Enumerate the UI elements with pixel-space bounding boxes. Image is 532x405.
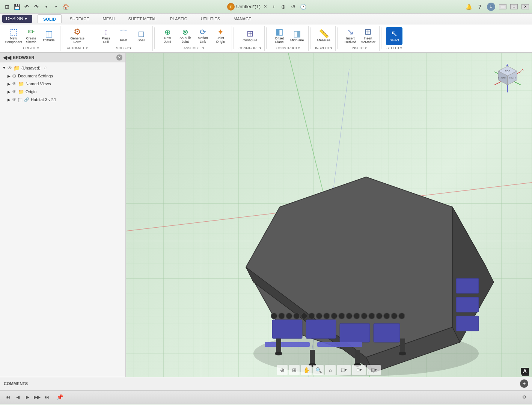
tab-sheet-metal[interactable]: SHEET METAL xyxy=(123,14,161,23)
insert-derived-button[interactable]: ↘ InsertDerived xyxy=(342,27,359,45)
title-bar: ⊞ 💾 ↶ ↷ ▾ ▾ 🏠 F Untitled*(1) ✕ + ⊕ ↺ 🕐 🔔… xyxy=(0,0,532,14)
root-label: (Unsaved) xyxy=(21,66,41,70)
grid-tool-btn[interactable]: ⊞ xyxy=(289,365,300,375)
zoom-fit-btn[interactable]: ⌕ xyxy=(325,365,336,375)
automate-button[interactable]: ⚙ GenerateForm xyxy=(69,27,86,45)
browser-header: ◀◀ BROWSER ✕ xyxy=(0,53,125,62)
shell-button[interactable]: ◻ Shell xyxy=(133,27,149,45)
svg-rect-13 xyxy=(374,323,400,342)
create-sketch-button[interactable]: ✏ CreateSketch xyxy=(23,27,39,45)
tab-utilities[interactable]: UTILITIES xyxy=(196,14,225,23)
display-settings-btn[interactable]: ⬚▾ xyxy=(337,365,351,375)
history-icon[interactable]: 🕐 xyxy=(299,3,307,11)
undo-icon[interactable]: ↶ xyxy=(23,3,31,11)
help-icon[interactable]: ? xyxy=(476,3,484,11)
svg-rect-40 xyxy=(276,339,281,354)
view-settings-btn[interactable]: ◫▾ xyxy=(367,365,381,375)
redo-icon[interactable]: ↷ xyxy=(32,3,41,11)
viewport[interactable]: Z X FRONT RIGHT TOP TOP FRONT RIGHT xyxy=(126,53,532,377)
browser-close-icon[interactable]: ✕ xyxy=(116,54,122,60)
tab-plastic[interactable]: PLASTIC xyxy=(165,14,193,23)
select-button[interactable]: ↖ Select xyxy=(386,27,402,45)
user-avatar[interactable]: U xyxy=(487,3,495,11)
view-cube[interactable]: TOP FRONT RIGHT Z X xyxy=(491,60,524,94)
tree-item-origin[interactable]: ▶ 👁 📁 Origin xyxy=(0,88,125,96)
undo-dropdown-icon[interactable]: ▾ xyxy=(42,3,50,11)
extensions-icon[interactable]: ⊕ xyxy=(279,3,288,11)
measure-button[interactable]: 📏 Measure xyxy=(315,27,332,45)
pan-tool-btn[interactable]: ✋ xyxy=(301,365,312,375)
close-button[interactable]: ✕ xyxy=(521,4,529,9)
maximize-button[interactable]: □ xyxy=(510,4,518,9)
midplane-button[interactable]: ◨ Midplane xyxy=(289,27,305,45)
inspect-dropdown-arrow[interactable]: ▾ xyxy=(330,46,332,50)
construct-dropdown-arrow[interactable]: ▾ xyxy=(298,46,300,50)
skip-to-end-btn[interactable]: ⏭ xyxy=(43,393,51,401)
extrude-button[interactable]: ◫ Extrude xyxy=(41,27,57,45)
doc-settings-arrow[interactable]: ▶ xyxy=(8,74,11,78)
timeline-settings-icon[interactable]: 📌 xyxy=(56,393,64,401)
play-btn[interactable]: ▶ xyxy=(23,393,32,401)
named-views-eye-icon[interactable]: 👁 xyxy=(12,81,17,86)
step-forward-btn[interactable]: ▶▶ xyxy=(33,393,41,401)
browser-collapse-icon[interactable]: ◀◀ xyxy=(3,54,11,60)
insert-mcmaster-button[interactable]: ⊞ InsertMcMaster xyxy=(360,27,376,45)
tab-solid[interactable]: SOLID xyxy=(38,14,62,23)
step-back-btn[interactable]: ◀ xyxy=(14,393,22,401)
automate-dropdown-arrow[interactable]: ▾ xyxy=(86,46,88,50)
save-icon[interactable]: 💾 xyxy=(13,3,21,11)
configure-dropdown-arrow[interactable]: ▾ xyxy=(259,46,261,50)
habitat-eye-icon[interactable]: 👁 xyxy=(12,97,17,102)
main-area: ◀◀ BROWSER ✕ ▼ 👁 📁 (Unsaved) ⊙ ▶ ⚙ Docum… xyxy=(0,53,532,377)
tab-manage[interactable]: MANAGE xyxy=(228,14,257,23)
minimize-button[interactable]: — xyxy=(499,4,506,9)
modify-dropdown-arrow[interactable]: ▾ xyxy=(130,46,131,50)
measure-label: Measure xyxy=(317,39,330,42)
notifications-icon[interactable]: 🔔 xyxy=(464,3,473,11)
zoom-tool-btn[interactable]: 🔍 xyxy=(313,365,324,375)
configure-button[interactable]: ⊞ Configure xyxy=(242,27,258,45)
fillet-button[interactable]: ⌒ Fillet xyxy=(115,27,132,45)
motion-link-button[interactable]: ⟳ MotionLink xyxy=(194,27,211,45)
root-eye-icon[interactable]: 👁 xyxy=(8,65,12,71)
select-icon: ↖ xyxy=(391,30,398,38)
tree-item-named-views[interactable]: ▶ 👁 📁 Named Views xyxy=(0,80,125,88)
cloud-refresh-icon[interactable]: ↺ xyxy=(289,3,297,11)
browser-title: BROWSER xyxy=(13,55,34,60)
toolbar-area: DESIGN ▾ SOLID SURFACE MESH SHEET METAL … xyxy=(0,14,532,53)
home-icon[interactable]: 🏠 xyxy=(62,3,70,11)
document-close-icon[interactable]: ✕ xyxy=(262,4,268,10)
select-dropdown-arrow[interactable]: ▾ xyxy=(400,46,402,50)
assemble-dropdown-arrow[interactable]: ▾ xyxy=(202,46,204,50)
tab-mesh[interactable]: MESH xyxy=(98,14,120,23)
comments-add-button[interactable]: + xyxy=(520,379,528,388)
app-menu-icon[interactable]: ⊞ xyxy=(3,3,11,11)
new-component-button[interactable]: ⬚ NewComponent xyxy=(5,27,22,45)
select-label: Select xyxy=(390,39,399,42)
tab-surface[interactable]: SURFACE xyxy=(65,14,95,23)
settings-cog-icon[interactable]: ⚙ xyxy=(520,393,528,401)
tree-item-root[interactable]: ▼ 👁 📁 (Unsaved) ⊙ xyxy=(0,64,125,72)
origin-arrow[interactable]: ▶ xyxy=(8,90,11,94)
named-views-arrow[interactable]: ▶ xyxy=(8,82,11,86)
joint-origin-tool-btn[interactable]: ⊕ xyxy=(277,365,288,375)
press-pull-button[interactable]: ↕ PressPull xyxy=(98,27,114,45)
create-dropdown-arrow[interactable]: ▾ xyxy=(37,46,39,50)
origin-eye-icon[interactable]: 👁 xyxy=(12,89,17,94)
tree-item-habitat[interactable]: ▶ 👁 ⬚ 🔗 Habitat 3 v2:1 xyxy=(0,96,125,104)
svg-point-26 xyxy=(324,313,330,319)
tree-item-doc-settings[interactable]: ▶ ⚙ Document Settings xyxy=(0,72,125,80)
new-tab-icon[interactable]: + xyxy=(270,3,278,11)
asbuilt-joint-button[interactable]: ⊗ As-builtJoint xyxy=(177,27,193,45)
joint-origin-button[interactable]: ✦ JointOrigin xyxy=(212,27,229,45)
insert-dropdown-arrow[interactable]: ▾ xyxy=(365,46,367,50)
root-collapse-arrow[interactable]: ▼ xyxy=(2,66,6,70)
skip-to-start-btn[interactable]: ⏮ xyxy=(4,393,12,401)
design-dropdown-button[interactable]: DESIGN ▾ xyxy=(2,15,32,23)
grid-settings-btn[interactable]: ⊞▾ xyxy=(352,365,366,375)
redo-dropdown-icon[interactable]: ▾ xyxy=(52,3,60,11)
svg-point-33 xyxy=(376,313,382,319)
offset-plane-button[interactable]: ◧ OffsetPlane xyxy=(271,27,288,45)
new-joint-button[interactable]: ⊕ NewJoint xyxy=(159,27,176,45)
habitat-arrow[interactable]: ▶ xyxy=(8,98,11,102)
